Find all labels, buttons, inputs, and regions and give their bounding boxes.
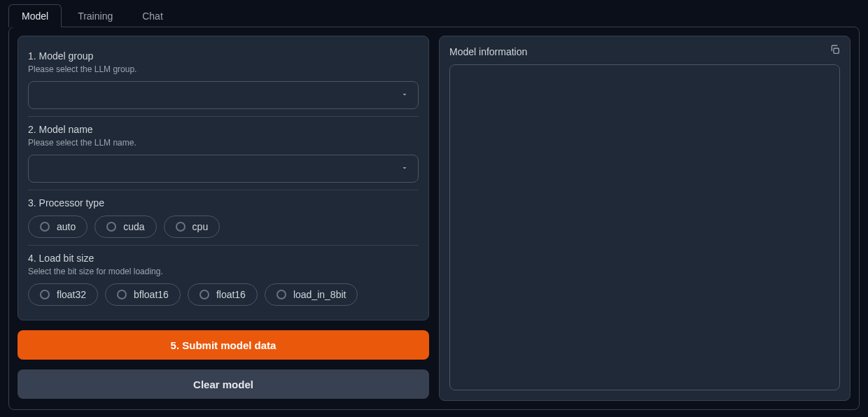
- radio-label: cpu: [192, 221, 209, 232]
- tab-training[interactable]: Training: [64, 4, 126, 27]
- load-bit-options: float32 bfloat16 float16 load_in_8bit: [28, 283, 419, 306]
- copy-icon[interactable]: [827, 42, 843, 57]
- radio-icon: [106, 222, 116, 232]
- field-processor-type: 3. Processor type auto cuda cpu: [28, 190, 419, 246]
- panel-container: 1. Model group Please select the LLM gro…: [8, 27, 860, 410]
- model-group-select[interactable]: [28, 81, 419, 109]
- radio-load-in-8bit[interactable]: load_in_8bit: [265, 283, 358, 306]
- radio-icon: [200, 290, 209, 299]
- processor-type-title: 3. Processor type: [28, 197, 419, 208]
- model-group-select-wrap: [28, 81, 419, 109]
- model-info-output[interactable]: [449, 64, 840, 390]
- radio-auto[interactable]: auto: [28, 215, 88, 238]
- radio-float16[interactable]: float16: [188, 283, 258, 306]
- form-block: 1. Model group Please select the LLM gro…: [18, 36, 429, 320]
- right-column: Model information: [439, 36, 850, 401]
- radio-icon: [40, 222, 50, 232]
- radio-label: bfloat16: [134, 289, 169, 300]
- radio-bfloat16[interactable]: bfloat16: [105, 283, 181, 306]
- load-bit-desc: Select the bit size for model loading.: [28, 267, 419, 276]
- radio-icon: [40, 290, 50, 299]
- radio-icon: [276, 290, 286, 299]
- field-load-bit-size: 4. Load bit size Select the bit size for…: [28, 246, 419, 313]
- model-name-select[interactable]: [28, 155, 419, 183]
- svg-rect-0: [834, 48, 839, 53]
- radio-label: cuda: [123, 221, 144, 232]
- radio-cpu[interactable]: cpu: [164, 215, 220, 238]
- radio-icon: [176, 222, 186, 232]
- processor-type-options: auto cuda cpu: [28, 215, 419, 238]
- field-model-group: 1. Model group Please select the LLM gro…: [28, 43, 419, 117]
- model-name-desc: Please select the LLM name.: [28, 138, 419, 148]
- radio-float32[interactable]: float32: [28, 283, 98, 306]
- submit-button[interactable]: 5. Submit model data: [18, 330, 429, 360]
- tab-chat[interactable]: Chat: [129, 4, 176, 27]
- left-column: 1. Model group Please select the LLM gro…: [18, 36, 429, 401]
- radio-label: float32: [57, 289, 86, 300]
- field-model-name: 2. Model name Please select the LLM name…: [28, 117, 419, 190]
- tabs: Model Training Chat: [0, 0, 868, 27]
- model-info-title: Model information: [449, 46, 840, 57]
- model-info-block: Model information: [439, 36, 850, 401]
- model-group-title: 1. Model group: [28, 50, 419, 62]
- tab-model[interactable]: Model: [8, 4, 62, 27]
- radio-cuda[interactable]: cuda: [94, 215, 156, 238]
- radio-label: float16: [216, 289, 246, 300]
- model-name-title: 2. Model name: [28, 124, 419, 135]
- radio-label: auto: [57, 221, 76, 232]
- radio-icon: [117, 290, 127, 299]
- model-group-desc: Please select the LLM group.: [28, 64, 419, 74]
- model-name-select-wrap: [28, 155, 419, 183]
- radio-label: load_in_8bit: [293, 289, 346, 300]
- load-bit-title: 4. Load bit size: [28, 253, 419, 264]
- clear-button[interactable]: Clear model: [18, 369, 429, 399]
